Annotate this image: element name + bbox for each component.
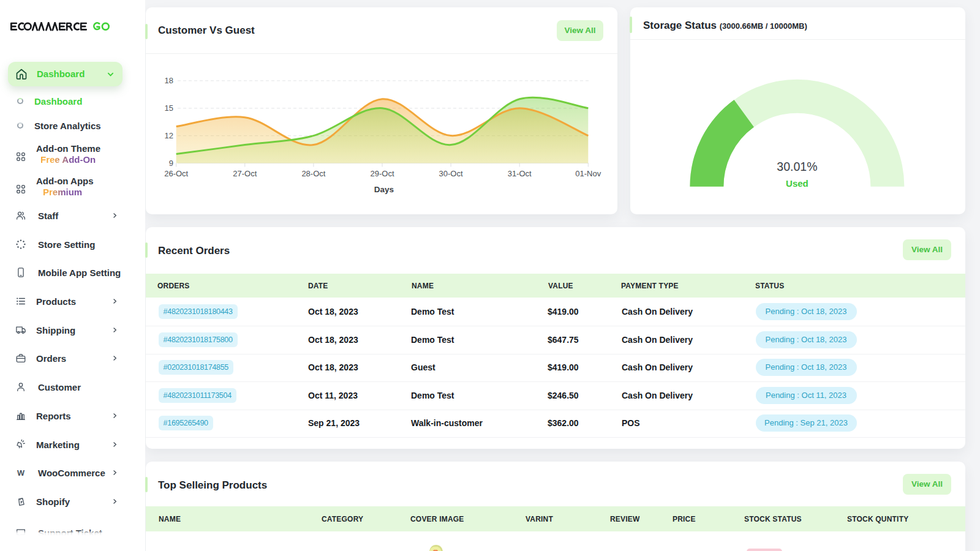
svg-text:W: W: [17, 468, 25, 478]
svg-text:18: 18: [165, 76, 173, 85]
svg-text:31-Oct: 31-Oct: [508, 169, 532, 178]
svg-text:27-Oct: 27-Oct: [233, 169, 257, 178]
svg-text:01-Nov: 01-Nov: [575, 169, 601, 178]
svg-text:30-Oct: 30-Oct: [439, 169, 463, 178]
svg-text:28-Oct: 28-Oct: [301, 169, 325, 178]
svg-text:Days: Days: [374, 185, 394, 194]
svg-text:9: 9: [169, 159, 173, 168]
svg-text:26-Oct: 26-Oct: [164, 169, 188, 178]
svg-text:15: 15: [165, 103, 173, 113]
svg-text:Used: Used: [786, 178, 809, 189]
svg-text:12: 12: [165, 131, 173, 140]
svg-text:30.01%: 30.01%: [777, 160, 817, 173]
svg-text:29-Oct: 29-Oct: [370, 169, 394, 178]
